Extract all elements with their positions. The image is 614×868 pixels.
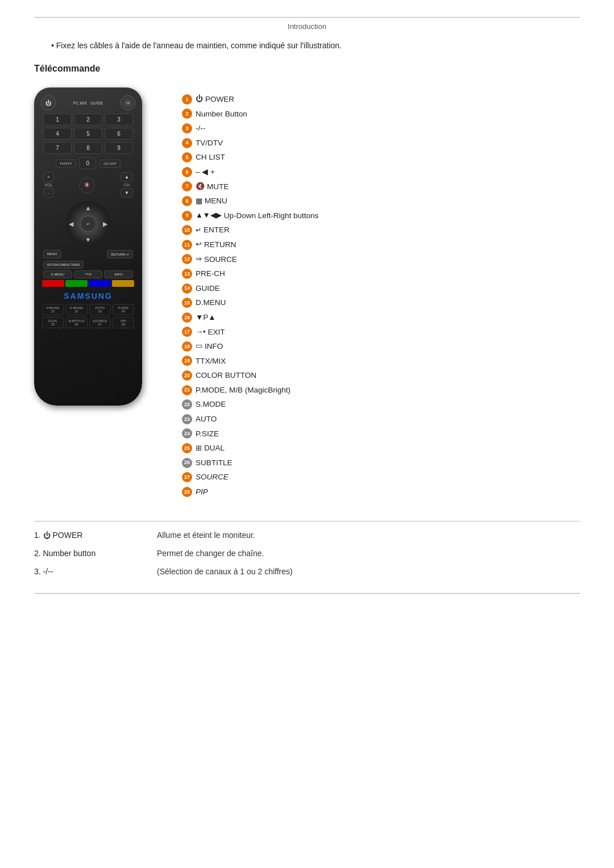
guide-exit-row: RETURN DMENU TIMER	[43, 261, 133, 269]
nav-pad[interactable]: ▲ ▼ ◀ ▶ ↵	[65, 201, 111, 247]
btn-dmenu[interactable]: D.MENU	[43, 270, 72, 278]
legend-text-4: TV/DTV	[196, 137, 223, 149]
btn-return[interactable]: RETURN ↩	[107, 250, 133, 258]
nav-right-arrow: ▶	[103, 220, 107, 228]
ch-label: CH	[124, 183, 130, 187]
btn-8[interactable]: 8	[74, 142, 102, 154]
legend-item-19: 19 TTX/MIX	[182, 355, 580, 368]
btn-3[interactable]: 3	[105, 114, 133, 126]
btn-ch-down[interactable]: ▼	[121, 188, 133, 198]
legend-text-24: P.SIZE	[196, 428, 219, 440]
power-icon-btn: ⏻	[45, 100, 51, 106]
btn-pmode[interactable]: P.MODE21	[42, 304, 64, 315]
btn-9[interactable]: 9	[105, 142, 133, 154]
nav-up-arrow: ▲	[85, 205, 92, 211]
badge-22: 22	[182, 399, 192, 410]
btn-2[interactable]: 2	[74, 114, 102, 126]
remote-body: ⏻ PC.MIX GUIDE ⇒ 1 2 3	[34, 87, 142, 406]
desc-label-num-2: 2.	[34, 549, 41, 558]
badge-24: 24	[182, 428, 192, 439]
desc-section: 1. ⏻ POWER Allume et éteint le moniteur.…	[34, 521, 580, 576]
color-btn-green[interactable]	[65, 280, 88, 287]
ch-group: ▲ CH ▼	[121, 172, 133, 198]
desc-row-3: 3. -/-- (Sélection de canaux à 1 ou 2 ch…	[34, 567, 580, 576]
enter-icon: ↵	[86, 222, 90, 227]
btn-vol-up[interactable]: +	[43, 172, 54, 182]
desc-row-2: 2. Number button Permet de changer de ch…	[34, 549, 580, 558]
badge-9: 9	[182, 211, 192, 221]
btn-vol-down[interactable]: -	[44, 188, 53, 198]
power-icon-desc: ⏻	[43, 531, 51, 540]
legend-text-16: ▼P▲	[196, 311, 216, 324]
btn-psize[interactable]: P.SIZE24	[113, 304, 134, 315]
btn-auto[interactable]: AUTO23	[89, 304, 111, 315]
nav-enter-btn[interactable]: ↵	[80, 216, 96, 232]
btn-source2[interactable]: SOURCE27	[89, 317, 111, 328]
info-symbol: ▭	[196, 340, 202, 352]
legend-text-25: DUAL	[204, 442, 225, 454]
legend-item-8: 8 ▦ MENU	[182, 195, 580, 207]
intro-text: Fixez les câbles à l'aide de l'anneau de…	[56, 41, 342, 50]
badge-15: 15	[182, 298, 192, 308]
btn-smode[interactable]: S.MODE22	[65, 304, 87, 315]
btn-0[interactable]: 0	[79, 157, 96, 169]
legend-item-12: 12 ⇒ SOURCE	[182, 253, 580, 266]
legend-text-19: TTX/MIX	[196, 355, 226, 368]
badge-5: 5	[182, 152, 192, 162]
page-header: Introduction	[34, 22, 580, 31]
btn-guide[interactable]: RETURN DMENU TIMER	[43, 261, 84, 269]
legend-item-6: 6 – ◀ +	[182, 166, 580, 178]
remote-power-btn[interactable]: ⏻	[41, 95, 56, 110]
btn-chlist[interactable]: CH LIST	[99, 160, 121, 168]
btn-subtitle[interactable]: SUBTITLE26	[65, 317, 87, 328]
nav-symbol: ▲▼◀▶	[196, 210, 222, 222]
color-btn-red[interactable]	[42, 280, 64, 287]
legend-list: 1 ⏻ POWER 2 Number Button 3 -/-- 4 TV/DT…	[182, 87, 580, 498]
btn-tvdtv[interactable]: TV/DTV	[56, 160, 76, 168]
badge-19: 19	[182, 356, 192, 366]
btn-mute[interactable]: 🔇	[79, 177, 95, 193]
btn-5[interactable]: 5	[74, 128, 102, 140]
mid-row-1: TV/DTV 0 CH LIST	[41, 157, 135, 169]
vol-mute-ch: + VOL - 🔇 ▲ CH ▼	[43, 172, 133, 198]
desc-dash-text: -/--	[43, 567, 53, 576]
btn-ttx[interactable]: TTX	[74, 270, 103, 278]
btn-ch-up[interactable]: ▲	[121, 172, 133, 182]
legend-text-9: Up-Down Left-Right buttons	[224, 210, 319, 222]
return-symbol: ↩	[196, 239, 202, 251]
color-btn-blue[interactable]	[89, 280, 111, 287]
legend-item-17: 17 →▪ EXIT	[182, 326, 580, 339]
badge-27: 27	[182, 472, 192, 482]
desc-label-num-3: 3.	[34, 567, 41, 576]
legend-text-10: ENTER	[204, 224, 230, 236]
remote-source-btn[interactable]: ⇒	[121, 95, 135, 110]
legend-item-4: 4 TV/DTV	[182, 137, 580, 149]
badge-8: 8	[182, 196, 192, 206]
btn-dual[interactable]: DUAL25	[42, 317, 64, 328]
btn-7[interactable]: 7	[43, 142, 72, 154]
badge-12: 12	[182, 254, 192, 264]
btn-6[interactable]: 6	[105, 128, 133, 140]
btn-1[interactable]: 1	[43, 114, 72, 126]
remote-top-row: ⏻ PC.MIX GUIDE ⇒	[41, 95, 135, 110]
btn-pip[interactable]: PIP28	[113, 317, 134, 328]
btn-4[interactable]: 4	[43, 128, 72, 140]
legend-item-10: 10 ↵ ENTER	[182, 224, 580, 236]
legend-text-12: SOURCE	[204, 253, 237, 266]
nav-down-arrow: ▼	[85, 236, 92, 243]
legend-text-14: GUIDE	[196, 282, 220, 295]
color-btn-yellow[interactable]	[112, 280, 134, 287]
btn-info[interactable]: INFO	[104, 270, 133, 278]
desc-label-1: 1. ⏻ POWER	[34, 531, 148, 540]
legend-item-20: 20 COLOR BUTTON	[182, 369, 580, 382]
bottom-border	[34, 593, 580, 594]
badge-7: 7	[182, 181, 192, 191]
samsung-brand: SAMSUNG	[41, 291, 135, 301]
legend-item-9: 9 ▲▼◀▶ Up-Down Left-Right buttons	[182, 210, 580, 222]
legend-item-25: 25 ⊞ DUAL	[182, 442, 580, 454]
badge-25: 25	[182, 443, 192, 453]
btn-menu[interactable]: MENU	[43, 250, 61, 258]
legend-item-22: 22 S.MODE	[182, 398, 580, 411]
badge-6: 6	[182, 167, 192, 177]
badge-28: 28	[182, 487, 192, 497]
